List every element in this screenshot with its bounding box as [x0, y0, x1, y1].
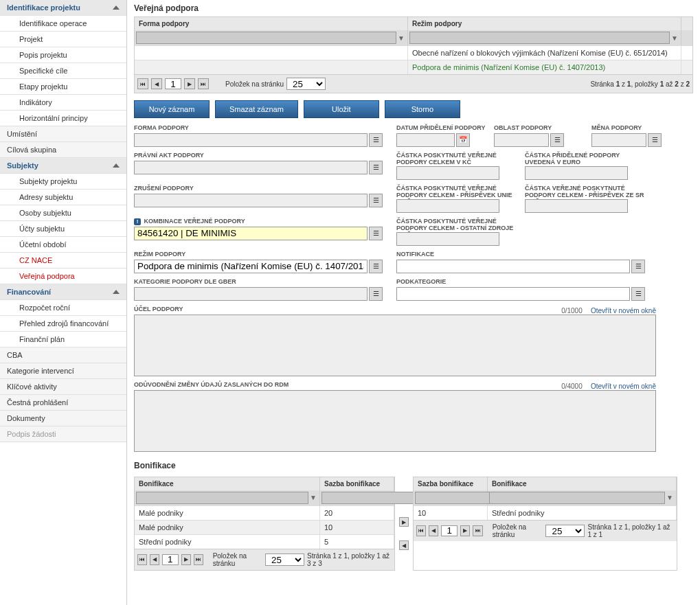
pager-prev-icon[interactable]: ◀ — [150, 554, 159, 565]
sidebar-item-identifikace-operace[interactable]: Identifikace operace — [0, 16, 126, 32]
pager-first-icon[interactable]: ⏮ — [416, 525, 426, 536]
input-pravni-akt[interactable] — [134, 161, 368, 174]
input-forma-podpory[interactable] — [134, 133, 368, 147]
lookup-icon[interactable]: ☰ — [631, 260, 645, 273]
sidebar-item-ucty[interactable]: Účty subjektu — [0, 221, 126, 237]
sidebar-item-financni-plan[interactable]: Finanční plán — [0, 332, 126, 347]
filter-icon[interactable]: ▼ — [396, 33, 406, 43]
sidebar-item-horizontalni[interactable]: Horizontální principy — [0, 111, 126, 126]
storno-button[interactable]: Storno — [385, 100, 460, 118]
pager-page-input[interactable] — [165, 78, 181, 89]
pager-next-icon[interactable]: ▶ — [184, 78, 195, 89]
filter-icon[interactable]: ▼ — [670, 33, 679, 43]
sidebar-item-specificke[interactable]: Specifické cíle — [0, 63, 126, 79]
pager-page-input[interactable] — [162, 554, 179, 565]
open-window-link[interactable]: Otevřít v novém okně — [591, 383, 656, 390]
sidebar-group-identifikace[interactable]: Identifikace projektu — [0, 0, 126, 16]
open-window-link[interactable]: Otevřít v novém okně — [591, 307, 656, 315]
sidebar-item-klicove[interactable]: Klíčové aktivity — [0, 379, 126, 395]
pager-first-icon[interactable]: ⏮ — [137, 554, 147, 565]
ulozit-button[interactable]: Uložit — [304, 100, 379, 118]
textarea-ucel[interactable] — [134, 315, 656, 376]
smazat-zaznam-button[interactable]: Smazat záznam — [215, 100, 298, 118]
sidebar-item-kategorie-intervenci[interactable]: Kategorie intervencí — [0, 363, 126, 379]
pager-last-icon[interactable]: ⏭ — [473, 525, 482, 536]
sidebar-item-subjekty-projektu[interactable]: Subjekty projektu — [0, 174, 126, 190]
input-castka-pridel[interactable] — [525, 166, 628, 180]
sidebar-item-cilova[interactable]: Cílová skupina — [0, 142, 126, 158]
col-bonifikace[interactable]: Bonifikace — [135, 477, 320, 490]
pager-prev-icon[interactable]: ◀ — [151, 78, 162, 89]
sidebar-item-podpis[interactable]: Podpis žádosti — [0, 426, 126, 442]
filter-bonif-right[interactable] — [489, 492, 665, 504]
input-podkategorie[interactable] — [396, 287, 630, 301]
calendar-icon[interactable]: 📅 — [456, 133, 470, 147]
grid-row[interactable]: Střední podniky 5 — [135, 534, 394, 549]
sidebar-item-etapy[interactable]: Etapy projektu — [0, 79, 126, 95]
lookup-icon[interactable]: ☰ — [648, 133, 662, 147]
input-castka-sr[interactable] — [525, 199, 628, 213]
input-castka-unie[interactable] — [396, 199, 499, 213]
transfer-right-icon[interactable]: ▶ — [399, 517, 409, 527]
pager-first-icon[interactable]: ⏮ — [137, 78, 148, 89]
sidebar-item-prehled-zdroju[interactable]: Přehled zdrojů financování — [0, 316, 126, 332]
sidebar-group-financovani[interactable]: Financování — [0, 284, 126, 300]
pager-perpage-select[interactable]: 25 — [265, 553, 304, 566]
pager-next-icon[interactable]: ▶ — [181, 554, 191, 565]
lookup-icon[interactable]: ☰ — [369, 133, 383, 147]
input-kombinace[interactable] — [134, 227, 368, 240]
col-bonifikace[interactable]: Bonifikace — [488, 477, 677, 490]
novy-zaznam-button[interactable]: Nový záznam — [134, 100, 210, 118]
input-castka-ostatni[interactable] — [396, 232, 499, 246]
filter-bonif-left[interactable] — [136, 492, 308, 504]
grid-row[interactable]: Podpora de minimis (Nařízení Komise (EU)… — [135, 60, 692, 74]
sidebar-item-dokumenty[interactable]: Dokumenty — [0, 411, 126, 426]
filter-icon[interactable]: ▼ — [308, 493, 318, 503]
lookup-icon[interactable]: ☰ — [369, 287, 383, 301]
col-sazba[interactable]: Sazba bonifikace — [414, 477, 488, 490]
pager-page-input[interactable] — [441, 525, 458, 536]
col-sazba[interactable]: Sazba bonifikace — [320, 477, 394, 490]
sidebar-item-verejna-podpora[interactable]: Veřejná podpora — [0, 269, 126, 284]
lookup-icon[interactable]: ☰ — [369, 161, 383, 174]
sidebar-item-adresy[interactable]: Adresy subjektu — [0, 190, 126, 205]
pager-prev-icon[interactable]: ◀ — [429, 525, 438, 536]
grid-row[interactable]: 10 Střední podniky — [414, 505, 677, 520]
input-notifikace[interactable] — [396, 260, 630, 273]
pager-last-icon[interactable]: ⏭ — [194, 554, 203, 565]
pager-perpage-select[interactable]: 25 — [545, 525, 585, 537]
sidebar-group-subjekty[interactable]: Subjekty — [0, 158, 126, 174]
input-rezim[interactable] — [134, 260, 368, 273]
lookup-icon[interactable]: ☰ — [369, 227, 383, 240]
input-kategorie-gber[interactable] — [134, 287, 368, 301]
lookup-icon[interactable]: ☰ — [369, 194, 383, 207]
grid-row[interactable]: Malé podniky 20 — [135, 505, 394, 520]
col-rezim[interactable]: Režim podpory — [408, 17, 681, 30]
filter-forma[interactable] — [136, 32, 396, 44]
filter-icon[interactable]: ▼ — [665, 493, 675, 503]
lookup-icon[interactable]: ☰ — [369, 260, 383, 273]
filter-rezim[interactable] — [409, 32, 670, 44]
sidebar-item-cba[interactable]: CBA — [0, 347, 126, 363]
input-datum[interactable] — [396, 133, 455, 147]
pager-last-icon[interactable]: ⏭ — [198, 78, 209, 89]
sidebar-item-cestna[interactable]: Čestná prohlášení — [0, 395, 126, 411]
pager-next-icon[interactable]: ▶ — [460, 525, 470, 536]
sidebar-item-umisteni[interactable]: Umístění — [0, 126, 126, 142]
lookup-icon[interactable]: ☰ — [550, 133, 564, 147]
input-zruseni[interactable] — [134, 194, 368, 207]
sidebar-item-osoby[interactable]: Osoby subjektu — [0, 205, 126, 221]
sidebar-item-ucetni[interactable]: Účetní období — [0, 237, 126, 253]
input-mena[interactable] — [591, 133, 646, 147]
grid-row[interactable]: Malé podniky 10 — [135, 520, 394, 534]
grid-row[interactable]: Obecné nařízení o blokových výjimkách (N… — [135, 45, 692, 60]
lookup-icon[interactable]: ☰ — [631, 287, 645, 301]
input-oblast[interactable] — [494, 133, 549, 147]
textarea-oduvodneni[interactable] — [134, 390, 656, 452]
sidebar-item-rozpocet[interactable]: Rozpočet roční — [0, 300, 126, 316]
sidebar-item-popis[interactable]: Popis projektu — [0, 47, 126, 63]
input-castka-celkem[interactable] — [396, 166, 499, 180]
sidebar-item-cznace[interactable]: CZ NACE — [0, 253, 126, 269]
pager-perpage-select[interactable]: 25 — [286, 78, 326, 90]
col-forma[interactable]: Forma podpory — [135, 17, 408, 30]
